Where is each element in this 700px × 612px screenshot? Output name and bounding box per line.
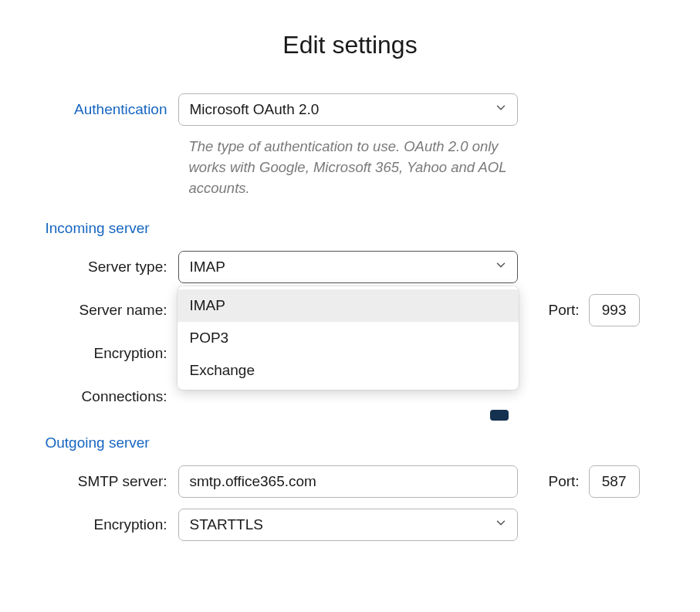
server-type-label: Server type: [46,259,178,276]
authentication-helper: The type of authentication to use. OAuth… [189,137,529,198]
dropdown-option-imap[interactable]: IMAP [178,289,519,322]
server-type-row: Server type: IMAP IMAP POP3 Exchange [46,251,655,283]
smtp-server-label: SMTP server: [46,473,178,490]
server-type-select[interactable]: IMAP [178,251,518,283]
connections-label: Connections: [46,388,178,405]
authentication-value: Microsoft OAuth 2.0 [190,101,320,118]
dropdown-option-pop3[interactable]: POP3 [178,322,519,354]
authentication-row: Authentication Microsoft OAuth 2.0 [46,93,655,126]
dropdown-option-exchange[interactable]: Exchange [178,354,519,387]
incoming-server-header: Incoming server [46,220,655,237]
chevron-down-icon [494,516,508,534]
server-name-label: Server name: [46,302,178,319]
outgoing-server-header: Outgoing server [46,434,655,451]
server-type-value: IMAP [190,259,225,276]
smtp-server-row: SMTP server: Port: [46,465,655,498]
incoming-port-label: Port: [549,302,580,319]
chevron-down-icon [494,101,508,119]
authentication-select[interactable]: Microsoft OAuth 2.0 [178,93,518,126]
stepper-fragment [490,410,509,421]
outgoing-encryption-value: STARTTLS [190,516,263,533]
page-title: Edit settings [46,31,655,59]
incoming-encryption-label: Encryption: [46,345,178,362]
outgoing-port-label: Port: [549,473,580,490]
authentication-label: Authentication [46,101,178,118]
smtp-server-input[interactable] [178,465,518,498]
chevron-down-icon [494,259,508,276]
incoming-port-input[interactable] [589,294,640,326]
outgoing-encryption-label: Encryption: [46,516,178,533]
server-type-dropdown: IMAP POP3 Exchange [178,286,519,390]
outgoing-port-input[interactable] [589,465,640,498]
outgoing-encryption-select[interactable]: STARTTLS [178,509,518,541]
outgoing-encryption-row: Encryption: STARTTLS [46,509,655,541]
